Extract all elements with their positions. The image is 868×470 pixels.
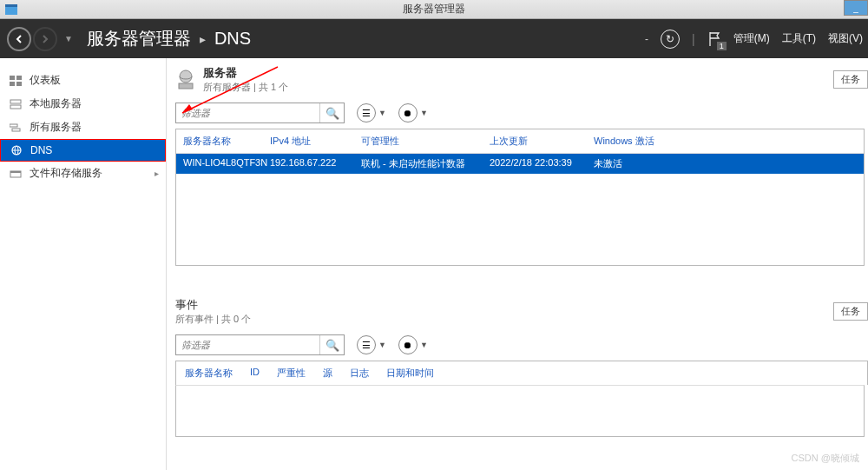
save-query-button[interactable]: ⏺ <box>398 335 418 354</box>
list-icon: ☰ <box>362 108 371 119</box>
cell-activation: 未激活 <box>587 154 691 174</box>
events-subtitle: 所有事件 | 共 0 个 <box>175 313 251 326</box>
nav-forward-button[interactable] <box>33 27 57 51</box>
breadcrumb-current: DNS <box>214 29 251 49</box>
sidebar-item-dns[interactable]: DNS <box>0 139 166 162</box>
col-ev-severity[interactable]: 严重性 <box>268 367 314 380</box>
sidebar-item-file-storage[interactable]: 文件和存储服务 ▸ <box>0 162 166 185</box>
col-ev-server-name[interactable]: 服务器名称 <box>176 367 241 380</box>
menu-manage[interactable]: 管理(M) <box>733 31 770 46</box>
notifications-button[interactable]: 1 <box>707 31 721 47</box>
header-dash-icon: - <box>645 33 648 45</box>
col-ev-datetime[interactable]: 日期和时间 <box>378 367 443 380</box>
servers-title: 服务器 <box>203 65 288 81</box>
app-icon <box>3 2 20 17</box>
svg-rect-1 <box>5 4 17 7</box>
minimize-button[interactable]: _ <box>844 0 868 16</box>
nav-back-button[interactable] <box>7 27 31 51</box>
servers-section-icon <box>175 70 196 90</box>
refresh-button[interactable]: ↻ <box>661 30 680 49</box>
svg-rect-7 <box>10 105 21 109</box>
storage-icon <box>9 168 23 180</box>
svg-rect-9 <box>12 129 20 131</box>
notification-badge: 1 <box>717 42 727 50</box>
sidebar-item-label: 文件和存储服务 <box>30 166 102 181</box>
server-icon <box>9 98 23 110</box>
servers-table: 服务器名称 IPv4 地址 可管理性 上次更新 Windows 激活 WIN-L… <box>175 129 865 266</box>
sidebar-item-local-server[interactable]: 本地服务器 <box>0 92 166 116</box>
servers-filter-input[interactable] <box>176 108 319 118</box>
servers-subtitle: 所有服务器 | 共 1 个 <box>203 81 288 94</box>
cell-ip: 192.168.67.222 <box>263 154 354 174</box>
cell-last-update: 2022/2/18 22:03:39 <box>483 154 587 174</box>
cell-manageability: 联机 - 未启动性能计数器 <box>354 154 483 174</box>
chevron-right-icon: ▸ <box>155 169 159 178</box>
sidebar-item-label: 所有服务器 <box>30 120 82 135</box>
svg-rect-5 <box>16 82 22 86</box>
svg-rect-14 <box>10 171 21 173</box>
dashboard-icon <box>9 75 23 87</box>
filter-options-button[interactable]: ☰ <box>357 335 376 354</box>
menu-view[interactable]: 视图(V) <box>828 31 863 46</box>
sidebar-item-label: 仪表板 <box>30 73 61 88</box>
filter-options-button[interactable]: ☰ <box>357 103 376 122</box>
sidebar: 仪表板 本地服务器 所有服务器 DNS 文件和存储服务 ▸ <box>0 58 167 470</box>
svg-point-15 <box>180 70 192 83</box>
svg-rect-8 <box>10 124 17 127</box>
col-last-update[interactable]: 上次更新 <box>483 129 587 153</box>
servers-section: 服务器 所有服务器 | 共 1 个 任务 🔍 ☰ ▼ ⏺ <box>170 58 868 266</box>
col-ev-log[interactable]: 日志 <box>341 367 378 380</box>
refresh-icon: ↻ <box>661 30 680 49</box>
events-section: 事件 所有事件 | 共 0 个 任务 🔍 ☰ ▼ ⏺ <box>170 290 868 437</box>
sidebar-item-label: DNS <box>30 144 52 156</box>
window-title: 服务器管理器 <box>403 2 465 17</box>
svg-rect-16 <box>179 83 193 89</box>
nav-history-dropdown[interactable]: ▼ <box>64 34 73 43</box>
chevron-down-icon[interactable]: ▼ <box>420 341 428 349</box>
disk-icon: ⏺ <box>403 108 412 118</box>
dns-icon <box>10 144 23 156</box>
servers-table-header: 服务器名称 IPv4 地址 可管理性 上次更新 Windows 激活 <box>176 129 864 154</box>
search-button[interactable]: 🔍 <box>319 103 344 122</box>
disk-icon: ⏺ <box>403 340 412 350</box>
sidebar-item-label: 本地服务器 <box>30 96 82 111</box>
breadcrumb-separator-icon: ▸ <box>200 32 206 46</box>
header-divider: | <box>692 32 695 46</box>
svg-rect-6 <box>10 100 21 103</box>
save-query-button[interactable]: ⏺ <box>398 103 418 122</box>
sidebar-item-all-servers[interactable]: 所有服务器 <box>0 116 166 139</box>
events-tasks-button[interactable]: 任务 <box>833 302 868 321</box>
svg-rect-2 <box>10 76 15 80</box>
breadcrumb-root[interactable]: 服务器管理器 <box>87 27 191 50</box>
watermark: CSDN @晓倾城 <box>792 452 859 465</box>
menu-tools[interactable]: 工具(T) <box>782 31 816 46</box>
search-button[interactable]: 🔍 <box>319 335 344 354</box>
events-table-body <box>175 385 865 437</box>
list-icon: ☰ <box>362 340 371 351</box>
col-server-name[interactable]: 服务器名称 <box>176 129 263 153</box>
events-title: 事件 <box>175 297 251 313</box>
chevron-down-icon[interactable]: ▼ <box>420 109 428 117</box>
col-ev-source[interactable]: 源 <box>314 367 341 380</box>
sidebar-item-dashboard[interactable]: 仪表板 <box>0 69 166 92</box>
events-filter-box: 🔍 <box>175 334 345 355</box>
col-ev-id[interactable]: ID <box>241 367 268 380</box>
events-filter-input[interactable] <box>176 340 319 350</box>
svg-rect-3 <box>16 76 22 80</box>
cell-server-name: WIN-LIO4L8QTF3N <box>176 154 263 174</box>
search-icon: 🔍 <box>326 107 339 120</box>
breadcrumb: 服务器管理器 ▸ DNS <box>87 27 251 50</box>
header-bar: ▼ 服务器管理器 ▸ DNS - ↻ | 1 管理(M) 工具(T) 视图(V) <box>0 19 868 58</box>
servers-icon <box>9 122 23 134</box>
col-manageability[interactable]: 可管理性 <box>354 129 483 153</box>
svg-rect-4 <box>10 82 15 86</box>
col-activation[interactable]: Windows 激活 <box>587 129 691 153</box>
table-row[interactable]: WIN-LIO4L8QTF3N 192.168.67.222 联机 - 未启动性… <box>176 154 864 174</box>
servers-tasks-button[interactable]: 任务 <box>833 70 868 89</box>
chevron-down-icon[interactable]: ▼ <box>378 109 386 117</box>
chevron-down-icon[interactable]: ▼ <box>378 341 386 349</box>
events-table-header: 服务器名称 ID 严重性 源 日志 日期和时间 <box>175 361 868 385</box>
servers-filter-box: 🔍 <box>175 103 345 123</box>
col-ip[interactable]: IPv4 地址 <box>263 129 354 153</box>
content-area: 服务器 所有服务器 | 共 1 个 任务 🔍 ☰ ▼ ⏺ <box>167 58 868 470</box>
